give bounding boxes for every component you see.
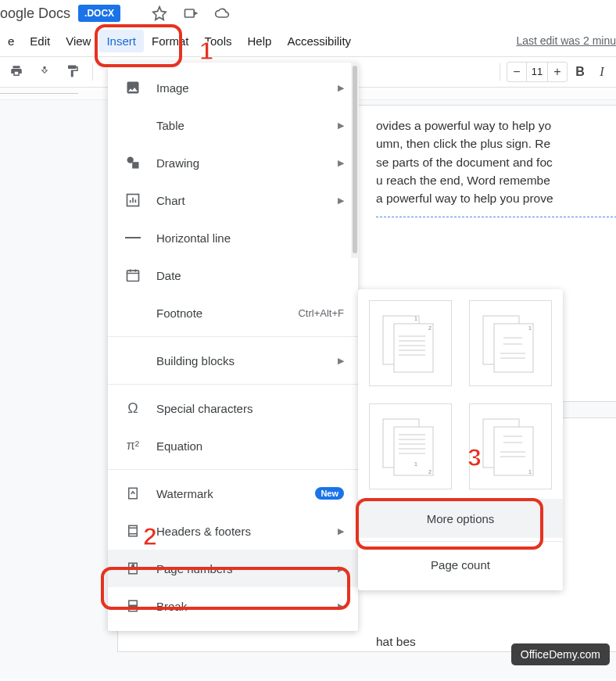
- menu-item-label: Table: [156, 119, 328, 132]
- submenu-arrow-icon: ▶: [338, 601, 344, 611]
- pi-icon: π²: [124, 436, 142, 455]
- svg-rect-6: [129, 488, 138, 499]
- menu-view[interactable]: View: [58, 30, 98, 52]
- svg-rect-4: [125, 237, 141, 238]
- svg-rect-11: [129, 607, 138, 611]
- insert-footnote[interactable]: Footnote Ctrl+Alt+F: [108, 294, 358, 332]
- more-options[interactable]: More options: [358, 499, 563, 538]
- insert-page-numbers[interactable]: # Page numbers ▶: [108, 550, 358, 587]
- insert-special-characters[interactable]: Ω Special characters: [108, 389, 358, 427]
- svg-text:1: 1: [528, 325, 532, 331]
- cloud-icon[interactable]: [214, 5, 230, 21]
- insert-building-blocks[interactable]: Building blocks ▶: [108, 342, 358, 379]
- page-count[interactable]: Page count: [358, 545, 563, 584]
- menu-item-label: Break: [156, 600, 328, 613]
- submenu-arrow-icon: ▶: [338, 195, 344, 206]
- spellcheck-icon[interactable]: [38, 64, 53, 80]
- date-icon: [124, 266, 142, 285]
- menu-item-label: Page numbers: [156, 562, 328, 575]
- menu-item-label: Watermark: [156, 487, 309, 500]
- svg-text:#: #: [132, 565, 134, 568]
- submenu-arrow-icon: ▶: [338, 158, 344, 168]
- svg-text:2: 2: [428, 325, 432, 331]
- menu-separator: [108, 469, 358, 470]
- insert-drawing[interactable]: Drawing ▶: [108, 144, 358, 181]
- headers-icon: [124, 522, 142, 540]
- page-numbers-submenu: 1 2 1 1 2: [358, 289, 563, 590]
- pagenum-footer-right-skip-first[interactable]: 1: [469, 403, 552, 489]
- insert-equation[interactable]: π² Equation: [108, 427, 358, 464]
- menu-accessibility[interactable]: Accessibility: [279, 30, 359, 52]
- svg-rect-5: [127, 271, 139, 281]
- menu-separator: [108, 384, 358, 385]
- svg-rect-0: [185, 9, 195, 17]
- menubar: e Edit View Insert Format Tools Help Acc…: [0, 23, 616, 56]
- pagenum-header-right[interactable]: 1 2: [369, 300, 452, 386]
- star-icon[interactable]: [152, 5, 167, 21]
- menu-item-label: Image: [156, 81, 328, 95]
- menu-separator: [108, 336, 358, 337]
- footnote-icon: [124, 303, 142, 322]
- font-size-decrease[interactable]: −: [507, 63, 526, 81]
- menu-shortcut: Ctrl+Alt+F: [298, 307, 344, 319]
- menu-tools[interactable]: Tools: [196, 30, 239, 52]
- svg-rect-7: [129, 525, 138, 536]
- font-size-control: − 11 +: [507, 62, 568, 82]
- paint-format-icon[interactable]: [66, 64, 81, 80]
- font-size-value[interactable]: 11: [526, 63, 548, 81]
- drawing-icon: [124, 153, 142, 172]
- print-icon[interactable]: [9, 64, 25, 80]
- italic-button[interactable]: I: [593, 65, 611, 79]
- menu-item-label: Drawing: [156, 156, 328, 170]
- menu-insert[interactable]: Insert: [98, 30, 144, 52]
- menu-item-label: Headers & footers: [156, 525, 328, 538]
- insert-image[interactable]: Image ▶: [108, 69, 358, 106]
- last-edit-link[interactable]: Last edit was 2 minu: [516, 34, 616, 47]
- move-icon[interactable]: [183, 5, 199, 21]
- new-badge: New: [315, 487, 344, 500]
- toolbar-separator: [500, 63, 500, 81]
- svg-rect-29: [394, 427, 433, 475]
- menu-item-label: Building blocks: [156, 354, 328, 367]
- submenu-arrow-icon: ▶: [338, 564, 344, 574]
- svg-rect-38: [494, 427, 533, 475]
- insert-table[interactable]: Table ▶: [108, 106, 358, 144]
- submenu-arrow-icon: ▶: [338, 120, 344, 131]
- docx-badge: .DOCX: [78, 5, 120, 22]
- submenu-arrow-icon: ▶: [338, 356, 344, 366]
- pagenum-header-right-skip-first[interactable]: 1: [469, 300, 552, 386]
- pagenum-footer-right[interactable]: 1 2: [369, 403, 452, 489]
- menu-format[interactable]: Format: [144, 30, 197, 52]
- blocks-icon: [124, 351, 142, 370]
- insert-headers-footers[interactable]: Headers & footers ▶: [108, 512, 358, 550]
- submenu-arrow-icon: ▶: [338, 83, 344, 93]
- bold-button[interactable]: B: [571, 65, 589, 79]
- watermark-icon: [124, 484, 142, 503]
- menu-help[interactable]: Help: [240, 30, 280, 52]
- insert-horizontal-line[interactable]: Horizontal line: [108, 219, 358, 256]
- svg-text:1: 1: [414, 316, 417, 321]
- menu-edit[interactable]: Edit: [22, 30, 58, 52]
- toolbar-separator: [92, 63, 93, 81]
- break-icon: [124, 597, 142, 615]
- menu-separator: [358, 541, 563, 542]
- insert-watermark[interactable]: Watermark New: [108, 475, 358, 512]
- svg-rect-13: [394, 324, 433, 372]
- svg-text:2: 2: [428, 469, 432, 475]
- menu-file[interactable]: e: [0, 30, 22, 52]
- table-icon: [124, 116, 142, 134]
- menu-item-label: Horizontal line: [156, 231, 344, 245]
- font-size-increase[interactable]: +: [548, 63, 567, 81]
- svg-rect-2: [132, 162, 138, 168]
- insert-date[interactable]: Date: [108, 256, 358, 294]
- svg-rect-10: [129, 600, 138, 605]
- submenu-arrow-icon: ▶: [338, 526, 344, 536]
- omega-icon: Ω: [124, 399, 142, 418]
- insert-break[interactable]: Break ▶: [108, 587, 358, 625]
- image-icon: [124, 78, 142, 97]
- insert-chart[interactable]: Chart ▶: [108, 181, 358, 219]
- document-title[interactable]: oogle Docs: [0, 5, 70, 22]
- footer-boundary: [376, 217, 616, 217]
- menu-item-label: Special characters: [156, 402, 344, 415]
- menu-item-label: Footnote: [156, 306, 290, 320]
